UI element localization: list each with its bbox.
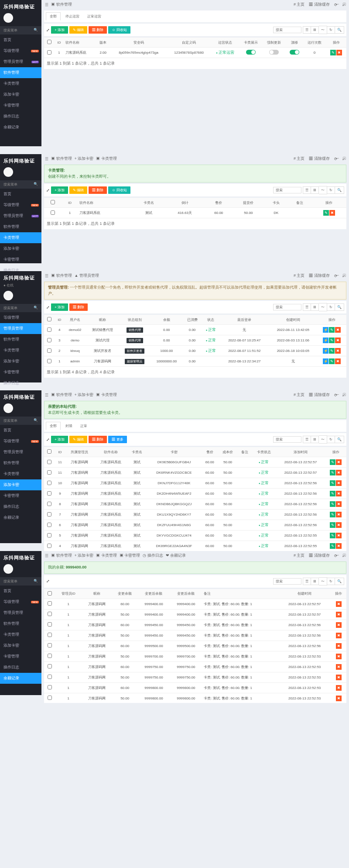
menu-search[interactable]: 搜索菜单	[0, 180, 41, 189]
menu-admin[interactable]: 管理员管理HOT	[0, 56, 41, 67]
role-badge: 超级管理员	[125, 359, 144, 364]
sort-icon[interactable]: 〜	[319, 26, 327, 34]
menu-cardkey[interactable]: 卡密管理	[0, 100, 41, 111]
avatar[interactable]	[3, 13, 13, 23]
more-button[interactable]: ☰ 更多	[108, 436, 127, 443]
menu-home[interactable]: 首页	[0, 189, 41, 200]
top-clear[interactable]: ☰ 清除缓存	[309, 2, 330, 7]
table-row: 11刀客源码网刀客源码系统测试 DK6RNK4VZGDCBCE60.0050.0…	[44, 468, 346, 478]
software-table: ID软件名称 版本安全码 自定义码运营状态 卡类展示强制更新 漂移运行次数 操作…	[44, 38, 346, 58]
brand: 乐抖网络验证	[0, 0, 41, 11]
menu-level[interactable]: 等级管理NEW	[0, 200, 41, 210]
del-op[interactable]: ✖	[336, 601, 342, 607]
menu-software[interactable]: 软件管理	[0, 67, 41, 78]
table-row: 9刀客源码网刀客源码系统测试 DK2DH4N4W5UEAF260.0050.00…	[44, 489, 346, 499]
menu-cardtype[interactable]: 卡类管理	[0, 232, 41, 243]
menu-level[interactable]: 等级管理NEW	[0, 45, 41, 56]
pager: 显示第 1 到第 1 条记录，总共 1 条记录	[44, 58, 346, 69]
menu-software[interactable]: 软件管理	[0, 221, 41, 232]
recycle-button[interactable]: ☺ 回收站	[108, 186, 130, 194]
del-op[interactable]: ✖	[336, 622, 342, 628]
del-op[interactable]: ✖	[336, 664, 342, 670]
list-icon[interactable]: ☰	[303, 26, 311, 34]
window-buttons: —▢	[335, 2, 346, 6]
admin-table: ID用户名昵称 状态组别余额已消费 状态最后登录创建时间 操作 4demo02测…	[44, 315, 346, 367]
menu-balance[interactable]: 余额记录	[0, 122, 41, 133]
table-row: 1admin刀客源码网 超级管理员 10000000.000.00 2022-0…	[44, 356, 346, 367]
avatar[interactable]	[3, 167, 13, 177]
table-row: 1刀客源码网50.009999800.009999800.00 卡类: 测试. …	[44, 693, 346, 703]
del-op[interactable]: ✖	[336, 612, 342, 617]
search-input[interactable]	[273, 27, 301, 33]
menu-cardtype[interactable]: 卡类管理	[0, 78, 41, 89]
alert: 管理员管理: 一个管理员通常分配一个角色，即软件开发者或销售代理，以免权限混乱。…	[44, 282, 346, 300]
del-op[interactable]: ✖	[336, 654, 342, 659]
search-icon[interactable]: 🔍	[335, 26, 344, 34]
menu-addcard[interactable]: 添加卡密	[0, 479, 41, 490]
table-row: 4demo02测试销售代理 销售代理 0.000.00 正常 无2022-08-…	[44, 325, 346, 335]
tab-stop[interactable]: 停止运营	[62, 13, 83, 20]
edit-op[interactable]: ✎	[330, 50, 336, 55]
topbar: ☰▣ 软件管理 # 主页☰ 清除缓存⟳⤢	[44, 0, 346, 9]
search-input[interactable]	[273, 187, 301, 193]
table-row: 8刀客源码网刀客源码系统测试 DKNDB6JQBKGGQZJ60.0050.00…	[44, 499, 346, 510]
menu-addcard[interactable]: 添加卡密	[0, 243, 41, 254]
table-row: 6刀客源码网刀客源码系统测试 DKZFUU49H4S1N6G60.0050.00…	[44, 520, 346, 530]
grid-icon[interactable]: ⊞	[311, 26, 319, 34]
tab-all[interactable]: 全部	[46, 12, 61, 21]
menu-search[interactable]: 搜索菜单	[0, 26, 41, 34]
edit-button[interactable]: ✎ 编辑	[69, 26, 87, 34]
menu-cardkey[interactable]: 卡密管理	[0, 254, 41, 265]
bc-menu[interactable]: ☰	[45, 3, 48, 7]
switch-drift[interactable]	[290, 50, 299, 55]
tabs: 全部 停止运营 正常运营	[44, 10, 346, 22]
table-row: 1刀客源码网60.009999400.009999400.00 卡类: 测试. …	[44, 599, 346, 609]
table-row: 4刀客源码网刀客源码系统测试 DK89RGE22AGA4N3F60.0050.0…	[44, 541, 346, 551]
cardkey-table: ID所属管理员软件名称 卡类名卡密售价 成本价备注卡类状态 添加时间操作 11刀…	[44, 447, 346, 562]
table-row: 1刀客源码网60.009999800.009999800.00 卡类: 测试. …	[44, 682, 346, 693]
table-row: 7刀客源码网刀客源码系统测试 DKU1X9QY2HD6KY760.0050.00…	[44, 510, 346, 520]
del-button[interactable]: ☰ 删除	[89, 186, 107, 194]
bc-software[interactable]: ▣ 软件管理	[51, 2, 72, 7]
tab-normal[interactable]: 正常运营	[84, 13, 105, 20]
sidebar: 乐抖网络验证 搜索菜单 首页 等级管理NEW 管理员管理HOT 软件管理 卡类管…	[0, 0, 41, 146]
balance-table: 管理员ID昵称变更余额 变更后余额变更后余额备注 创建时间操作 1刀客源码网60…	[44, 589, 346, 703]
menu-admin[interactable]: 管理员管理HOT	[0, 210, 41, 221]
add-button[interactable]: + 添加	[51, 26, 68, 34]
alert: 卡类管理: 创建不同的卡类，来控制卡类即可。	[44, 165, 346, 183]
menu-balance[interactable]: 余额记录	[0, 673, 41, 684]
table-row: 1刀客源码系统 2.008p059n765mc4gbp473ga 1234567…	[44, 48, 346, 58]
check-all[interactable]	[47, 40, 51, 44]
table-row: 1刀客源码网50.009999450.009999450.00 卡类: 测试. …	[44, 630, 346, 641]
switch-show[interactable]	[246, 50, 256, 55]
role-badge: 销售代理	[127, 327, 143, 333]
refresh-icon[interactable]: ↻	[327, 26, 335, 34]
menu-addcard[interactable]: 添加卡密	[0, 89, 41, 100]
del-op[interactable]: ✖	[336, 633, 342, 638]
top-home[interactable]: # 主页	[294, 2, 305, 7]
table-row: 10刀客源码网刀客源码系统测试 DKNJ7DFG112Y48K60.0050.0…	[44, 478, 346, 489]
del-op[interactable]: ✖	[336, 685, 342, 691]
del-op[interactable]: ✖	[336, 675, 342, 680]
menu-admin[interactable]: 管理员管理	[0, 323, 41, 334]
role-badge: 软件开发者	[125, 348, 144, 354]
del-button[interactable]: ☰ 删除	[89, 26, 107, 34]
switch-force[interactable]	[269, 50, 279, 55]
content: —▢ ☰▣ 软件管理 # 主页☰ 清除缓存⟳⤢ 全部 停止运营 正常运营 ⤢ +…	[41, 0, 349, 146]
online-status: ● 在线	[0, 282, 41, 289]
expand-icon[interactable]: ⤢	[46, 28, 50, 32]
menu-home[interactable]: 首页	[0, 34, 41, 45]
menu-log[interactable]: 操作日志	[0, 111, 41, 122]
del-op[interactable]: ✖	[336, 643, 342, 649]
add-button[interactable]: + 添加	[51, 186, 68, 194]
row-check[interactable]	[47, 50, 51, 55]
table-row: 11刀客源码网刀客源码系统测试 DK9E5B06GUFGB4J60.0050.0…	[44, 457, 346, 468]
del-op[interactable]: ✖	[336, 696, 342, 701]
table-row: 3demo测试代理 销售代理 0.000.00 正常 2022-08-07 10…	[44, 335, 346, 346]
table-row: 1刀客源码网60.009999450.009999450.00 卡类: 测试. …	[44, 620, 346, 630]
recycle-button[interactable]: ☺ 回收站	[108, 26, 130, 34]
del-op[interactable]: ✖	[336, 50, 342, 55]
role-badge: 销售代理	[127, 338, 143, 343]
edit-button[interactable]: ✎ 编辑	[69, 186, 87, 194]
balance-value: 9999400.00	[66, 565, 87, 569]
